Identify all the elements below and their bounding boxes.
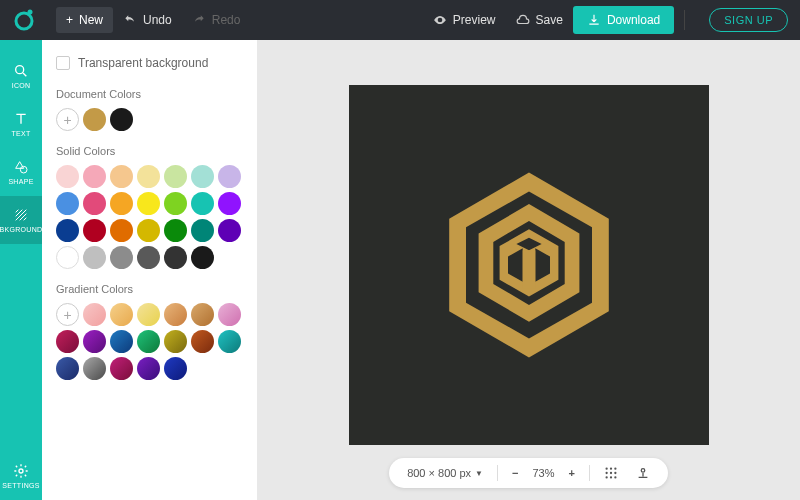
- color-swatch[interactable]: [110, 219, 133, 242]
- eye-icon: [433, 13, 447, 27]
- gradient-swatch[interactable]: [137, 357, 160, 380]
- color-swatch[interactable]: [164, 219, 187, 242]
- color-swatch[interactable]: [137, 192, 160, 215]
- cloud-icon: [516, 13, 530, 27]
- text-icon: [13, 111, 29, 127]
- add-color-button[interactable]: +: [56, 108, 79, 131]
- separator: [589, 465, 590, 481]
- gradient-swatch[interactable]: [83, 357, 106, 380]
- gradient-swatch[interactable]: [110, 330, 133, 353]
- color-swatch[interactable]: [110, 192, 133, 215]
- grid-toggle-button[interactable]: [600, 464, 622, 482]
- color-swatch[interactable]: [83, 246, 106, 269]
- color-swatch[interactable]: [137, 246, 160, 269]
- color-swatch[interactable]: [191, 165, 214, 188]
- color-swatch[interactable]: [56, 165, 79, 188]
- color-swatch[interactable]: [191, 192, 214, 215]
- svg-point-10: [610, 472, 612, 474]
- gradient-swatch[interactable]: [191, 330, 214, 353]
- color-swatch[interactable]: [137, 165, 160, 188]
- color-swatch[interactable]: [164, 246, 187, 269]
- color-swatch[interactable]: [110, 108, 133, 131]
- color-swatch[interactable]: [83, 219, 106, 242]
- gradient-swatch[interactable]: [110, 357, 133, 380]
- signup-button[interactable]: SIGN UP: [709, 8, 788, 32]
- canvas[interactable]: [349, 85, 709, 445]
- gradient-swatch[interactable]: [164, 330, 187, 353]
- color-swatch[interactable]: [218, 219, 241, 242]
- svg-rect-5: [522, 250, 535, 288]
- bottom-bar: 800 × 800 px ▼ − 73% +: [389, 458, 668, 488]
- gradient-colors-title: Gradient Colors: [56, 283, 243, 295]
- transparent-label: Transparent background: [78, 56, 208, 70]
- tool-settings[interactable]: SETTINGS: [0, 452, 42, 500]
- gradient-swatch[interactable]: [191, 303, 214, 326]
- tool-icon[interactable]: ICON: [0, 52, 42, 100]
- tool-bkground[interactable]: BKGROUND: [0, 196, 42, 244]
- chevron-down-icon: ▼: [475, 469, 483, 478]
- svg-point-7: [610, 467, 612, 469]
- tool-shape[interactable]: SHAPE: [0, 148, 42, 196]
- color-swatch[interactable]: [164, 192, 187, 215]
- color-swatch[interactable]: [137, 219, 160, 242]
- download-icon: [587, 13, 601, 27]
- svg-point-6: [605, 467, 607, 469]
- save-button[interactable]: Save: [506, 7, 573, 33]
- gradient-swatch[interactable]: [137, 303, 160, 326]
- app-logo[interactable]: [12, 8, 36, 32]
- color-swatch[interactable]: [218, 165, 241, 188]
- gradient-swatch[interactable]: [218, 303, 241, 326]
- color-swatch[interactable]: [164, 165, 187, 188]
- hexagon-cube-logo[interactable]: [424, 160, 634, 370]
- gradient-swatch[interactable]: [218, 330, 241, 353]
- color-swatch[interactable]: [56, 192, 79, 215]
- gradient-swatch[interactable]: [164, 303, 187, 326]
- save-label: Save: [536, 13, 563, 27]
- topbar: + New Undo Redo Preview Save Download SI…: [0, 0, 800, 40]
- gradient-swatch[interactable]: [56, 330, 79, 353]
- shape-icon: [13, 159, 29, 175]
- svg-point-0: [16, 13, 32, 29]
- preview-button[interactable]: Preview: [423, 7, 506, 33]
- color-swatch[interactable]: [191, 219, 214, 242]
- zoom-in-button[interactable]: +: [564, 465, 578, 481]
- gradient-swatch[interactable]: [137, 330, 160, 353]
- gradient-swatch[interactable]: [83, 303, 106, 326]
- main: ICON TEXT SHAPE BKGROUND SETTINGS Transp…: [0, 40, 800, 500]
- color-swatch[interactable]: [218, 192, 241, 215]
- color-swatch[interactable]: [83, 165, 106, 188]
- svg-point-12: [605, 476, 607, 478]
- redo-button[interactable]: Redo: [182, 7, 251, 33]
- gradient-swatch[interactable]: [164, 357, 187, 380]
- new-button[interactable]: + New: [56, 7, 113, 33]
- svg-point-11: [614, 472, 616, 474]
- tool-text[interactable]: TEXT: [0, 100, 42, 148]
- doc-colors-row: +: [56, 108, 243, 131]
- align-icon: [636, 466, 650, 480]
- color-swatch[interactable]: [83, 192, 106, 215]
- tool-settings-label: SETTINGS: [2, 482, 39, 489]
- doc-colors-title: Document Colors: [56, 88, 243, 100]
- color-swatch[interactable]: [110, 246, 133, 269]
- color-swatch[interactable]: [56, 246, 79, 269]
- redo-icon: [192, 13, 206, 27]
- left-toolbar: ICON TEXT SHAPE BKGROUND SETTINGS: [0, 40, 42, 500]
- color-swatch[interactable]: [191, 246, 214, 269]
- color-swatch[interactable]: [56, 219, 79, 242]
- add-gradient-button[interactable]: +: [56, 303, 79, 326]
- undo-button[interactable]: Undo: [113, 7, 182, 33]
- gear-icon: [13, 463, 29, 479]
- transparent-row[interactable]: Transparent background: [56, 56, 243, 70]
- gradient-colors-row: +: [56, 303, 243, 380]
- align-button[interactable]: [632, 464, 654, 482]
- gradient-swatch[interactable]: [83, 330, 106, 353]
- transparent-checkbox[interactable]: [56, 56, 70, 70]
- dimensions-select[interactable]: 800 × 800 px ▼: [403, 465, 487, 481]
- gradient-swatch[interactable]: [56, 357, 79, 380]
- svg-point-4: [19, 469, 23, 473]
- color-swatch[interactable]: [110, 165, 133, 188]
- download-button[interactable]: Download: [573, 6, 674, 34]
- gradient-swatch[interactable]: [110, 303, 133, 326]
- color-swatch[interactable]: [83, 108, 106, 131]
- zoom-out-button[interactable]: −: [508, 465, 522, 481]
